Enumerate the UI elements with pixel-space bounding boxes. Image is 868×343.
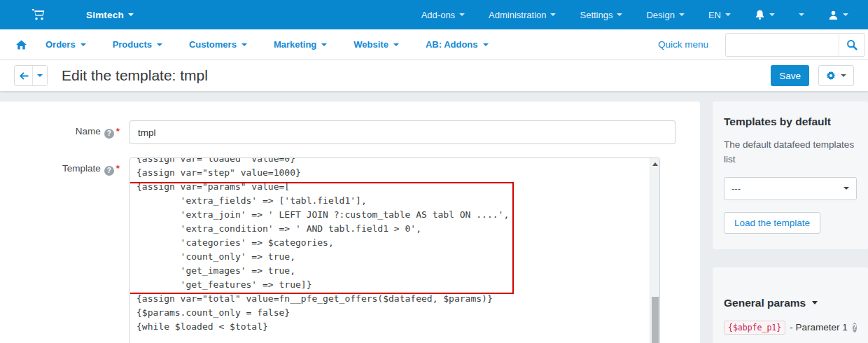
chevron-down-icon xyxy=(157,43,162,46)
default-template-select[interactable]: --- xyxy=(724,177,857,200)
user-account-dropdown[interactable] xyxy=(828,10,848,20)
save-button[interactable]: Save xyxy=(771,65,809,86)
gear-icon xyxy=(826,71,836,80)
chevron-down-icon xyxy=(617,13,622,16)
search-button[interactable] xyxy=(839,34,864,56)
chevron-down-icon xyxy=(844,187,849,190)
chevron-down-icon xyxy=(812,301,818,304)
user-icon xyxy=(828,10,839,20)
chevron-down-icon xyxy=(841,74,846,77)
notifications-dropdown[interactable] xyxy=(755,9,775,20)
template-field-row: Template?* {assign var="loaded" value=0}… xyxy=(0,158,700,343)
search-input[interactable] xyxy=(726,34,839,56)
chevron-down-icon xyxy=(37,74,43,77)
name-field-label: Name?* xyxy=(0,120,130,144)
settings-dropdown-button[interactable] xyxy=(818,65,854,86)
nav-customers[interactable]: Customers xyxy=(189,39,247,50)
main-nav-bar: Orders Products Customers Marketing Webs… xyxy=(0,29,868,60)
required-marker: * xyxy=(116,163,120,174)
search-icon xyxy=(846,39,858,50)
menu-design[interactable]: Design xyxy=(646,10,684,20)
home-icon[interactable] xyxy=(15,39,27,50)
admin-search xyxy=(725,33,865,57)
nav-items: Orders Products Customers Marketing Webs… xyxy=(46,39,489,50)
bell-icon xyxy=(755,9,765,20)
template-code-editor[interactable]: {assign var="loaded" value=0} {assign va… xyxy=(130,158,660,343)
back-button[interactable] xyxy=(15,66,32,85)
scroll-up-arrow-icon[interactable] xyxy=(652,162,658,166)
chevron-down-icon xyxy=(128,13,134,16)
template-code[interactable]: {assign var="loaded" value=0} {assign va… xyxy=(130,158,659,334)
page-title: Edit the template: tmpl xyxy=(62,67,208,84)
brand-label: Simtech xyxy=(86,10,124,20)
quick-menu-link[interactable]: Quick menu xyxy=(658,39,708,50)
storefront-dropdown[interactable] xyxy=(799,13,804,16)
back-button-group xyxy=(14,65,48,86)
menu-language[interactable]: EN xyxy=(708,10,731,20)
chevron-down-icon xyxy=(393,43,399,46)
chevron-down-icon xyxy=(843,13,848,16)
nav-products[interactable]: Products xyxy=(113,39,162,50)
arrow-left-icon xyxy=(19,71,29,80)
chevron-down-icon xyxy=(769,13,775,16)
back-history-dropdown[interactable] xyxy=(32,66,47,85)
panel-description: The default datafeed templates list xyxy=(724,138,857,167)
help-icon[interactable]: ? xyxy=(853,323,857,332)
nav-website[interactable]: Website xyxy=(354,39,399,50)
template-field-label: Template?* xyxy=(0,158,130,343)
admin-top-bar: Simtech Add-ons Administration Settings … xyxy=(0,0,868,29)
brand-dropdown[interactable]: Simtech xyxy=(86,10,134,20)
top-menu: Add-ons Administration Settings Design E… xyxy=(421,9,848,20)
cart-icon[interactable] xyxy=(31,8,46,21)
sidebar: Templates by default The default datafee… xyxy=(713,102,868,343)
general-params-toggle[interactable]: General params xyxy=(724,297,857,309)
nav-ab-addons[interactable]: AB: Addons xyxy=(426,39,489,50)
chevron-down-icon xyxy=(321,43,327,46)
chevron-down-icon xyxy=(679,13,685,16)
menu-addons[interactable]: Add-ons xyxy=(421,10,465,20)
scrollbar-thumb[interactable] xyxy=(652,297,659,343)
menu-administration[interactable]: Administration xyxy=(489,10,556,20)
param-variable-chip: {$abpfe_p1} xyxy=(724,321,785,335)
chevron-down-icon xyxy=(80,43,86,46)
general-params-panel: General params {$abpfe_p1} - Parameter 1… xyxy=(713,267,868,343)
page-content: Name?* Template?* {assign var="loaded" v… xyxy=(0,91,868,343)
selected-value: --- xyxy=(732,183,741,194)
templates-by-default-panel: Templates by default The default datafee… xyxy=(713,102,868,249)
template-edit-form: Name?* Template?* {assign var="loaded" v… xyxy=(0,102,700,343)
menu-settings[interactable]: Settings xyxy=(580,10,622,20)
required-marker: * xyxy=(116,126,120,136)
chevron-down-icon xyxy=(483,43,489,46)
chevron-down-icon xyxy=(241,43,247,46)
panel-heading: General params xyxy=(724,297,806,309)
help-icon[interactable]: ? xyxy=(104,129,114,139)
name-input[interactable] xyxy=(130,120,676,144)
param-row: {$abpfe_p1} - Parameter 1 ? xyxy=(724,321,857,335)
editor-scrollbar[interactable] xyxy=(650,158,659,343)
panel-heading: Templates by default xyxy=(724,115,857,128)
nav-marketing[interactable]: Marketing xyxy=(274,39,327,50)
page-title-bar: Edit the template: tmpl Save xyxy=(0,60,868,91)
load-template-button[interactable]: Load the template xyxy=(724,212,820,234)
name-field-row: Name?* xyxy=(0,120,700,144)
chevron-down-icon xyxy=(550,13,556,16)
nav-orders[interactable]: Orders xyxy=(46,39,86,50)
chevron-down-icon xyxy=(459,13,465,16)
help-icon[interactable]: ? xyxy=(104,166,114,176)
chevron-down-icon xyxy=(799,13,804,16)
chevron-down-icon xyxy=(725,13,731,16)
